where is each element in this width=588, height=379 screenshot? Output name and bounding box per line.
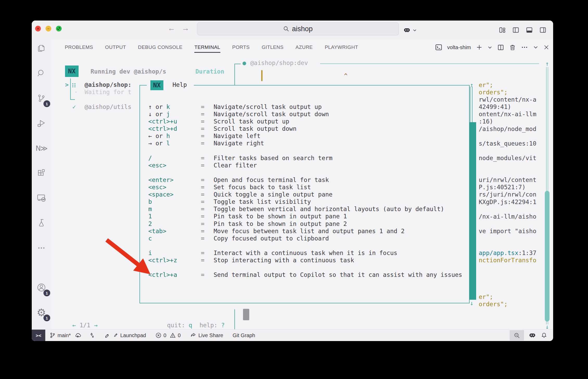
output-scroll-up-icon: ↑: [470, 82, 474, 88]
pane-scroll-up-icon: ↑: [545, 60, 549, 67]
task-pager[interactable]: ← 1/1 →: [72, 322, 98, 329]
output-pane-bullet: ●: [242, 60, 246, 66]
nx-badge: NX: [65, 66, 79, 77]
help-shortcut-row: <ctrl>+z=Stop interacting with a continu…: [148, 257, 471, 264]
help-right-track-line-1: [470, 87, 470, 122]
warning-icon: [170, 332, 176, 338]
zoom-out-icon: [514, 332, 520, 339]
launchpad-label: Launchpad: [120, 332, 146, 338]
help-title: Help: [172, 81, 187, 88]
output-text-line: [479, 279, 553, 286]
task-item-shop[interactable]: @aishop/shop:: [85, 81, 131, 88]
output-text-line: uri/nrwl/content: [479, 177, 553, 184]
git-graph-button[interactable]: Git Graph: [233, 332, 255, 338]
help-shortcut-row: b=Toggle task list visibility: [148, 198, 471, 206]
help-shortcut-row: <ctrl>+a=Send terminal output to Copilot…: [148, 271, 471, 279]
output-text-line: [479, 162, 553, 169]
vscode-window: × – ← → aishop 1: [32, 21, 553, 341]
output-text-line: nctionForTransfo: [479, 257, 553, 264]
help-shortcut-row: <ctrl>+d=Scroll task output down: [148, 125, 471, 133]
launchpad-button[interactable]: Launchpad: [104, 332, 146, 339]
help-shortcut-row: <ctrl>+u=Scroll task output up: [148, 118, 471, 125]
help-shortcut-row: ↓ or j=Navigate/scroll task output down: [148, 111, 471, 118]
help-box-border-top: [194, 85, 470, 86]
annotation-arrow: [104, 238, 161, 282]
help-shortcut-row: c=Copy focused output to clipboard: [148, 235, 471, 242]
status-bar: >< main* Launchpad 0 0 Live Share Git Gr…: [32, 329, 553, 341]
help-shortcut-row: → or l=Navigate right: [148, 140, 471, 147]
output-text-line: orders";: [479, 89, 553, 96]
commit-icon: [89, 332, 95, 338]
live-share-button[interactable]: Live Share: [190, 332, 223, 339]
output-text-line: KXgDP.js:42294:1: [479, 199, 553, 206]
help-shortcut-row: <esc>=Clear filter: [148, 162, 471, 169]
task-item-utils[interactable]: @aishop/utils: [85, 103, 131, 110]
terminal-content[interactable]: NX Running dev @aishop/s Duration > @ais…: [32, 21, 553, 341]
git-graph-label: Git Graph: [233, 332, 255, 338]
help-shortcut-list: ↑ or k=Navigate/scroll task output up ↓ …: [148, 103, 471, 279]
output-text-line: [479, 169, 553, 177]
help-shortcut-row: m=Toggle between vertical and horizontal…: [148, 206, 471, 213]
help-shortcut-row: 2=Pin task to be shown in output pane 2: [148, 220, 471, 228]
cloud-upload-icon: [74, 332, 81, 339]
output-text-line: app/app.tsx:1:37: [479, 250, 553, 257]
output-text-line: er";: [479, 293, 553, 301]
shell-caret-mark: ^: [344, 73, 348, 79]
output-text-line: P.js:40521:7): [479, 184, 553, 191]
help-shortcut-row: [148, 147, 471, 155]
output-text-line: [479, 242, 553, 250]
rocket-icon: [104, 332, 111, 339]
output-text-line: rwl/content/nx-a: [479, 96, 553, 103]
remote-indicator[interactable]: ><: [32, 330, 45, 341]
help-shortcut-row: ↑ or k=Navigate/scroll task output up: [148, 103, 471, 111]
help-shortcut-row: <esc>=Set focus back to task list: [148, 184, 471, 191]
branch-name: main*: [57, 332, 71, 338]
output-text-line: 42499:41): [479, 103, 553, 111]
output-text-line: /aishop/node_mod: [479, 126, 553, 133]
help-shortcut-row: [148, 169, 471, 177]
tasklist-bracket-corner: [70, 99, 75, 100]
git-branch-icon: [49, 332, 56, 338]
terminal-cursor: [261, 70, 263, 81]
duration-column-label: Duration: [195, 68, 224, 75]
help-right-track-line-2: [472, 87, 472, 122]
scrollbar-thumb-small[interactable]: [243, 309, 249, 320]
help-shortcut-row: <space>=Quick toggle a single output pan…: [148, 191, 471, 198]
live-share-icon: [190, 332, 196, 339]
commit-graph-button[interactable]: [89, 332, 95, 338]
help-shortcut-row: 1=Pin task to be shown in output pane 1: [148, 213, 471, 220]
output-text-line: [479, 286, 553, 293]
output-text-line: [479, 220, 553, 228]
live-share-label: Live Share: [198, 332, 223, 338]
output-text-line: [479, 271, 553, 279]
task-status-text: Waiting for t: [85, 89, 131, 95]
error-count: 0: [163, 332, 166, 338]
warning-count: 0: [178, 332, 181, 338]
notifications-bell-icon[interactable]: [541, 332, 547, 339]
quit-help-hint: quit: q help: ?: [167, 322, 225, 329]
help-box-border-bottom: [139, 303, 470, 303]
output-scrollbar-bar[interactable]: [469, 122, 476, 300]
copilot-status-icon[interactable]: [529, 332, 536, 339]
output-text-column: er"; orders"; rwl/content/nx-a 42499:41)…: [479, 82, 553, 308]
error-icon: [155, 332, 162, 338]
task-check-icon: ✓: [72, 103, 76, 110]
help-shortcut-row: [148, 242, 471, 250]
git-branch-status[interactable]: main*: [49, 332, 71, 338]
help-shortcut-row: [148, 264, 471, 271]
output-text-line: [479, 264, 553, 271]
sync-changes-button[interactable]: [74, 332, 81, 339]
output-text-line: er";: [479, 82, 553, 89]
help-shortcut-row: <tab>=Move focus between task list and o…: [148, 228, 471, 235]
screencast-zoom-button[interactable]: [510, 330, 524, 341]
tasklist-bracket-line: [70, 79, 71, 100]
problems-status[interactable]: 0 0: [155, 332, 181, 338]
pane-scrollbar-thumb[interactable]: [545, 191, 549, 322]
help-shortcut-row: /=Filter tasks based on search term: [148, 155, 471, 162]
task-runner-title: Running dev @aishop/s: [91, 68, 166, 75]
help-shortcut-row: i=Interact with a continuous task when i…: [148, 250, 471, 257]
output-text-line: ve import "aisho: [479, 228, 553, 235]
output-pane-title: @aishop/shop:dev: [250, 60, 308, 66]
output-text-line: [479, 133, 553, 140]
output-text-line: /nx-ai-llm/aisho: [479, 213, 553, 220]
